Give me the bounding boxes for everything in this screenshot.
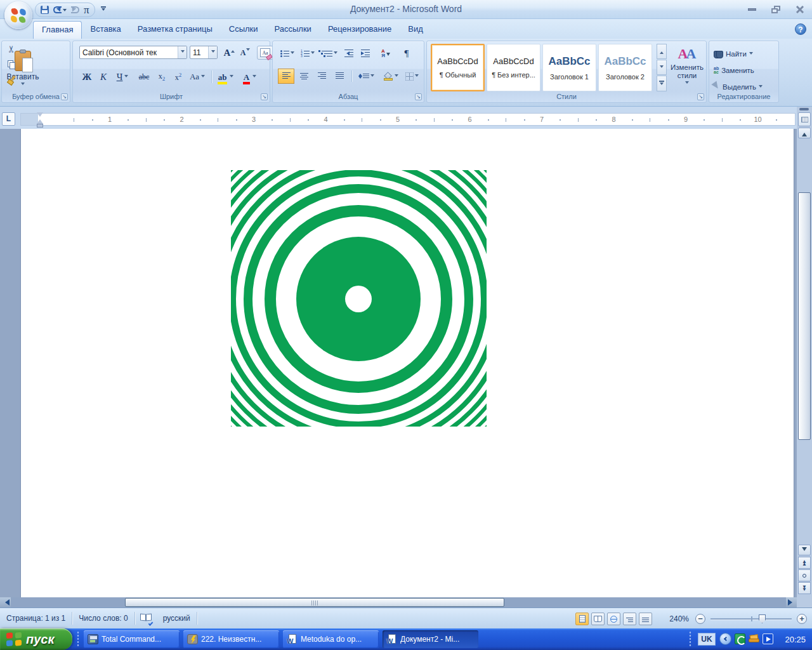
tab-4[interactable]: Ссылки <box>221 21 266 39</box>
find-button[interactable]: Найти <box>714 48 753 60</box>
change-case-button[interactable]: Aa <box>187 69 207 84</box>
increase-indent-button[interactable] <box>358 46 373 61</box>
align-left-button[interactable] <box>278 69 294 84</box>
select-browse-object-button[interactable] <box>798 569 811 581</box>
language-bar[interactable]: UK <box>698 633 716 646</box>
text-highlight-button[interactable]: ab <box>215 69 237 84</box>
styles-scroll-up[interactable] <box>657 44 667 59</box>
antivirus-tray-icon[interactable] <box>735 633 745 644</box>
vertical-scrollbar[interactable]: ▲▲ ▼▼ <box>797 107 812 607</box>
font-color-button[interactable]: A <box>239 69 261 84</box>
format-painter-button[interactable] <box>2 73 21 88</box>
task-button-3[interactable]: WMetoduka do op... <box>283 630 379 648</box>
hide-icons-chevron[interactable] <box>719 633 731 645</box>
font-size-dropdown[interactable] <box>208 46 217 58</box>
spellcheck-icon[interactable] <box>140 614 152 623</box>
justify-button[interactable] <box>331 69 348 84</box>
switcher-tray-icon[interactable] <box>749 633 759 644</box>
paragraph-dialog-launcher[interactable]: ↘ <box>415 93 422 100</box>
font-size-combo[interactable]: 11 <box>190 46 218 59</box>
change-styles-button[interactable]: AA Изменить стили <box>669 44 705 100</box>
italic-button[interactable]: К <box>96 69 111 84</box>
cut-button[interactable]: ✂ <box>2 41 21 56</box>
task-button-1[interactable]: Total Command... <box>84 630 180 648</box>
replace-button[interactable]: ab ac Заменить <box>714 64 754 77</box>
decrease-indent-button[interactable] <box>341 46 357 61</box>
styles-dialog-launcher[interactable]: ↘ <box>697 93 704 100</box>
clear-formatting-button[interactable]: Аа <box>257 46 273 60</box>
underline-button[interactable]: Ч <box>112 69 133 84</box>
clipboard-dialog-launcher[interactable]: ↘ <box>61 93 68 100</box>
font-name-combo[interactable]: Calibri (Основной тек <box>79 46 187 59</box>
office-button[interactable] <box>4 1 32 29</box>
zoom-level[interactable]: 240% <box>661 614 689 623</box>
font-name-dropdown[interactable] <box>178 46 187 58</box>
align-right-button[interactable] <box>313 69 330 84</box>
document-page[interactable] <box>20 129 794 597</box>
next-page-button[interactable]: ▼▼ <box>798 582 811 594</box>
minimize-button[interactable] <box>745 4 759 15</box>
web-layout-view-button[interactable] <box>607 613 620 625</box>
inline-picture-concentric-circles[interactable] <box>231 170 487 427</box>
zoom-out-button[interactable]: − <box>695 614 705 624</box>
hanging-indent-marker[interactable] <box>37 116 43 124</box>
select-button[interactable]: Выделить <box>714 81 763 93</box>
style-card-1[interactable]: AaBbCcDd¶ Обычный <box>431 44 485 91</box>
style-card-3[interactable]: AaBbCcЗаголовок 1 <box>542 44 596 91</box>
scroll-left-button[interactable] <box>0 597 11 607</box>
sort-button[interactable]: А Я <box>377 46 395 61</box>
tab-3[interactable]: Разметка страницы <box>129 21 221 39</box>
left-indent-marker[interactable] <box>37 124 43 128</box>
scroll-up-button[interactable] <box>798 128 811 138</box>
style-card-2[interactable]: AaBbCcDd¶ Без интер... <box>487 44 540 91</box>
style-card-4[interactable]: AaBbCcЗаголовок 2 <box>598 44 652 91</box>
media-player-tray-icon[interactable] <box>763 633 773 644</box>
zoom-in-button[interactable]: + <box>797 614 807 624</box>
start-button[interactable]: пуск <box>0 628 72 650</box>
line-spacing-button[interactable] <box>355 69 377 84</box>
scroll-right-button[interactable] <box>786 597 797 607</box>
tab-stop-selector[interactable]: L <box>2 112 15 126</box>
tab-6[interactable]: Рецензирование <box>320 21 400 39</box>
styles-scroll-down[interactable] <box>657 60 667 75</box>
superscript-button[interactable]: x2 <box>171 69 186 84</box>
numbering-button[interactable]: 1 2 3 <box>298 46 317 61</box>
split-handle[interactable] <box>799 108 809 110</box>
restore-button[interactable] <box>769 4 783 15</box>
draft-view-button[interactable] <box>639 613 652 625</box>
subscript-button[interactable]: x2 <box>154 69 169 84</box>
previous-page-button[interactable]: ▲▲ <box>798 557 811 569</box>
show-marks-button[interactable]: ¶ <box>398 46 415 61</box>
bold-button[interactable]: Ж <box>79 69 95 84</box>
vertical-scroll-thumb[interactable] <box>798 192 811 440</box>
shrink-font-button[interactable]: A <box>237 46 253 60</box>
horizontal-ruler[interactable]: 12345678910 <box>20 113 796 126</box>
bullets-button[interactable] <box>278 46 297 61</box>
styles-more-button[interactable] <box>657 76 667 91</box>
grow-font-button[interactable]: A <box>221 46 237 60</box>
task-button-2[interactable]: 222. Неизвестн... <box>183 630 279 648</box>
copy-button[interactable] <box>2 57 21 72</box>
multilevel-list-button[interactable] <box>318 46 337 61</box>
tab-5[interactable]: Рассылки <box>266 21 320 39</box>
fullscreen-reading-view-button[interactable] <box>591 613 605 625</box>
ruler-toggle-button[interactable] <box>798 112 811 126</box>
clock[interactable]: 20:25 <box>785 628 806 650</box>
horizontal-scroll-thumb[interactable] <box>125 598 504 607</box>
shading-button[interactable] <box>381 69 401 84</box>
print-layout-view-button[interactable] <box>575 613 589 625</box>
outline-view-button[interactable] <box>623 613 636 625</box>
indent-markers[interactable] <box>36 112 44 128</box>
tab-7[interactable]: Вид <box>400 21 431 39</box>
horizontal-scrollbar[interactable] <box>0 597 797 607</box>
zoom-slider[interactable] <box>710 614 792 624</box>
language-indicator[interactable]: русский <box>157 612 197 625</box>
page-indicator[interactable]: Страница: 1 из 1 <box>0 612 72 625</box>
align-center-button[interactable] <box>296 69 312 84</box>
scroll-down-button[interactable] <box>798 545 811 555</box>
help-button[interactable]: ? <box>795 23 806 35</box>
strikethrough-button[interactable]: abc <box>135 69 153 84</box>
font-dialog-launcher[interactable]: ↘ <box>261 93 268 100</box>
zoom-slider-thumb[interactable] <box>759 614 766 623</box>
tab-2[interactable]: Вставка <box>82 21 129 39</box>
